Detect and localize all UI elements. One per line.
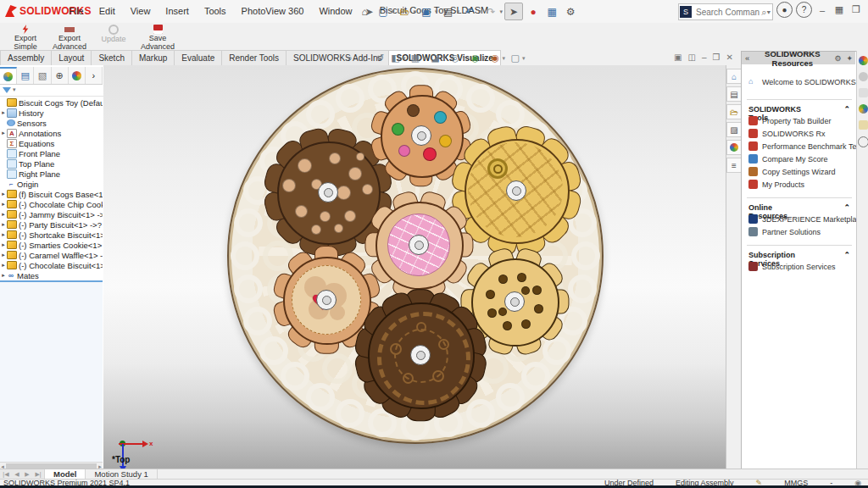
appearance-caret[interactable]: ▾	[482, 55, 486, 62]
tree-root-row[interactable]: Biscuit Cogs Toy (Default<Display Sta	[0, 97, 103, 108]
redo-icon[interactable]: ↷	[483, 3, 500, 19]
save-icon-caret[interactable]: ▾	[435, 8, 438, 15]
tab-featuremanager-tree[interactable]	[0, 67, 17, 84]
solidworks-resources-icon[interactable]: ⌂	[726, 69, 742, 84]
file-explorer-icon[interactable]: 🗁	[726, 104, 742, 119]
view-settings-icon[interactable]: ▢	[509, 53, 520, 64]
save-advanced-button[interactable]: Save Advanced	[139, 24, 176, 49]
pane-pin-icon[interactable]: ✦	[843, 54, 855, 63]
gear-jammy-biscuit[interactable]	[364, 190, 472, 298]
search-icon[interactable]: ⌕▾	[761, 7, 772, 18]
menu-tools[interactable]: Tools	[197, 0, 234, 23]
taskpane-item-subscription-services[interactable]: Subscription Services	[748, 262, 836, 271]
expand-arrow[interactable]: ▸	[0, 211, 7, 218]
tree-item--jammy-biscuit-1-default[interactable]: ▸(-) Jammy Biscuit<1> ->? (Default	[0, 209, 103, 219]
zoom-to-fit-icon[interactable]: ⌕	[344, 53, 355, 64]
tree-item--party-biscuit-1-default-[interactable]: ▸(-) Party Biscuit<1> ->? (Default<	[0, 219, 103, 230]
display-style-icon[interactable]: ◪	[430, 53, 441, 64]
section-collapse-icon[interactable]: ⌃	[843, 105, 850, 122]
evaluate-icon[interactable]: ▦	[543, 3, 560, 19]
doc-close-icon[interactable]: ✕	[726, 53, 732, 62]
expand-arrow[interactable]: ▸	[0, 109, 7, 116]
open-icon-caret[interactable]: ▾	[414, 8, 417, 15]
tab-overflow-chevron[interactable]: ›	[86, 67, 103, 84]
taskpane-item-my-products[interactable]: My Products	[748, 180, 804, 189]
new-document-icon[interactable]: ▢	[375, 3, 392, 19]
taskpane-item-partner-solutions[interactable]: Partner Solutions	[748, 227, 821, 236]
collapse-pane-icon[interactable]: «	[742, 53, 753, 63]
filter-caret[interactable]: ▾	[13, 86, 16, 93]
design-library-icon[interactable]: ▤	[726, 86, 742, 102]
tab-configuration-manager[interactable]: ▧	[34, 67, 51, 84]
tree-item-right-plane[interactable]: Right Plane	[0, 169, 103, 179]
hide-show-caret[interactable]: ▾	[463, 55, 466, 62]
expand-arrow[interactable]: ▸	[0, 262, 7, 269]
zoom-to-area-icon[interactable]: ◌	[359, 53, 370, 64]
hide-show-items-icon[interactable]: ◎	[450, 53, 461, 64]
minimize-button[interactable]: –	[815, 3, 829, 17]
tab-assembly[interactable]: Assembly	[0, 50, 52, 65]
tab-display-manager[interactable]	[69, 67, 86, 84]
undo-icon-caret[interactable]: ▾	[478, 8, 481, 15]
export-advanced-button[interactable]: Export Advanced	[51, 24, 88, 49]
tree-item-equations[interactable]: ΣEquations	[0, 138, 103, 148]
tree-item-sensors[interactable]: Sensors	[0, 118, 103, 128]
tree-item--f-biscuit-cogs-base-1-def[interactable]: ▸(f) Biscuit Cogs Base<1> ->? (Def	[0, 189, 103, 199]
taskpane-item-3dexperience-marketplace[interactable]: 3DEXPERIENCE Marketplace	[748, 214, 865, 224]
user-account-icon[interactable]: ●	[776, 2, 793, 18]
tab-markup[interactable]: Markup	[132, 50, 175, 65]
tree-item--shortcake-biscuit-1-def[interactable]: ▸(-) Shortcake Biscuit<1> ->? (Def	[0, 230, 103, 240]
section-view-caret[interactable]: ▾	[403, 55, 406, 62]
expand-arrow[interactable]: ▸	[0, 221, 7, 228]
taskpane-item-solidworks-rx[interactable]: SOLIDWORKS Rx	[748, 129, 826, 138]
decal-folder-icon[interactable]	[859, 88, 868, 97]
tree-item-annotations[interactable]: ▸AAnnotations	[0, 128, 103, 138]
expand-arrow[interactable]: ▸	[0, 252, 7, 258]
expand-arrow[interactable]: ▸	[0, 201, 7, 208]
open-icon[interactable]: 🗁	[397, 3, 414, 19]
pane-options-gear-icon[interactable]: ⚙	[832, 54, 843, 63]
menu-file[interactable]: File	[61, 0, 92, 23]
tab-evaluate[interactable]: Evaluate	[175, 50, 222, 65]
custom-properties-icon[interactable]: ≡	[726, 158, 742, 173]
select-cursor-icon[interactable]: ➤	[504, 3, 523, 20]
export-simple-button[interactable]: Export Simple	[7, 24, 44, 49]
tree-item-history[interactable]: ▸History	[0, 108, 103, 118]
section-collapse-icon[interactable]: ⌃	[843, 251, 850, 268]
tree-item-mates[interactable]: ▸∞Mates	[0, 270, 103, 280]
tab-render-tools[interactable]: Render Tools	[222, 50, 287, 65]
viewport-layout-icon[interactable]: ◫	[687, 53, 695, 62]
tree-item--chocolate-chip-cookie-1-[interactable]: ▸(-) Chocolate Chip Cookie<1> ->	[0, 199, 103, 209]
menu-insert[interactable]: Insert	[158, 0, 197, 23]
appearance-target-icon[interactable]	[859, 104, 868, 114]
expand-arrow[interactable]: ▸	[0, 191, 7, 197]
expand-arrow[interactable]: ▸	[0, 241, 7, 248]
menu-view[interactable]: View	[123, 0, 159, 23]
menu-edit[interactable]: Edit	[92, 0, 123, 23]
tree-item-front-plane[interactable]: Front Plane	[0, 148, 103, 158]
options-gear-icon[interactable]: ⚙	[562, 3, 579, 19]
layout-button[interactable]: ▦	[832, 3, 846, 17]
edit-appearance-icon[interactable]: ◉	[470, 53, 481, 64]
search-commands-box[interactable]: S ⌕▾	[678, 3, 773, 20]
graphics-viewport[interactable]: ♥ x z *Top	[103, 65, 726, 469]
view-orientation-icon[interactable]: ▦	[410, 53, 421, 64]
move-crosshair-icon[interactable]	[858, 136, 868, 147]
home-icon[interactable]: ⌂	[356, 3, 373, 19]
tree-item-origin[interactable]: ⌐Origin	[0, 179, 103, 189]
view-palette-icon[interactable]: ▨	[726, 122, 742, 137]
doc-restore-icon[interactable]: ❒	[712, 53, 720, 62]
display-style-caret[interactable]: ▾	[442, 55, 446, 62]
view-settings-caret[interactable]: ▾	[522, 55, 526, 62]
save-icon[interactable]: ▣	[418, 3, 435, 19]
taskpane-item-copy-settings-wizard[interactable]: Copy Settings Wizard	[748, 167, 836, 176]
taskpane-item-performance-benchmark-test[interactable]: Performance Benchmark Test	[748, 141, 862, 151]
tree-item-top-plane[interactable]: Top Plane	[0, 158, 103, 169]
expand-arrow[interactable]: ▸	[0, 130, 7, 136]
taskpane-item-compare-my-score[interactable]: Compare My Score	[748, 154, 828, 164]
appearance-ball-icon[interactable]	[859, 56, 868, 65]
taskpane-item-welcome[interactable]: ⌂Welcome to SOLIDWORKS	[748, 77, 856, 86]
tab-layout[interactable]: Layout	[52, 50, 92, 65]
print-icon-caret[interactable]: ▾	[457, 8, 460, 15]
new-window-icon[interactable]: ▣	[674, 53, 682, 62]
